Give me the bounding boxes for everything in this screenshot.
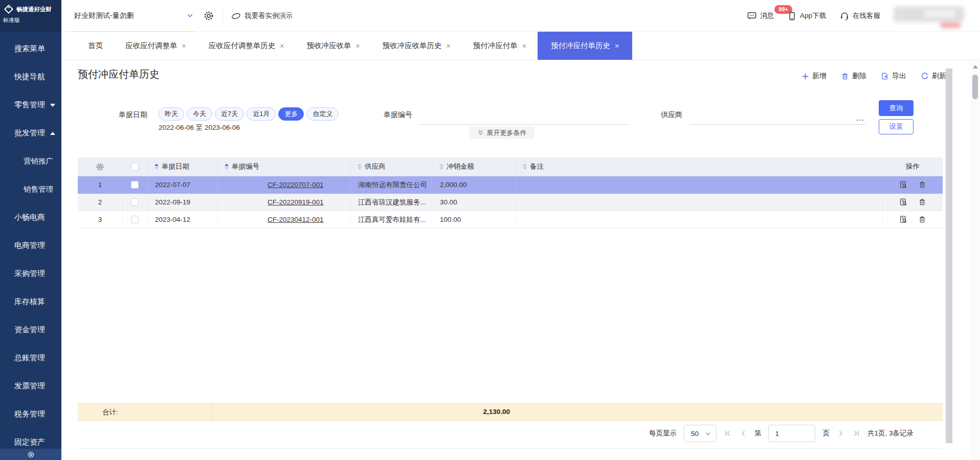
next-page-button[interactable] [837, 429, 845, 438]
preset-today[interactable]: 今天 [187, 107, 212, 121]
account-selector[interactable]: 好业财测试-量勿删 [70, 0, 196, 32]
preset-last1month[interactable]: 近1月 [247, 107, 276, 121]
delete-row-icon[interactable] [918, 180, 926, 189]
table-row[interactable]: 2 2022-09-19 CF-20220919-001 江西省琼汉建筑服务..… [78, 194, 943, 211]
doc-no-link[interactable]: CF-20220707-001 [268, 181, 324, 189]
delete-row-icon[interactable] [918, 198, 926, 206]
delete-button[interactable]: 删除 [841, 72, 866, 81]
sidebar-item-wholesale[interactable]: 批发管理 [0, 119, 61, 147]
gear-icon[interactable] [27, 451, 35, 458]
preset-custom[interactable]: 自定义 [306, 107, 339, 121]
add-button[interactable]: 新增 [801, 72, 827, 81]
settings-button[interactable]: 设置 [879, 119, 914, 134]
sort-icons[interactable] [154, 164, 159, 170]
delete-row-icon[interactable] [918, 215, 926, 224]
sidebar-footer [0, 449, 61, 460]
page-size-label: 每页显示 [649, 429, 677, 438]
table-row[interactable]: 1 2022-07-07 CF-20220707-001 湖南恒远有限责任公司 … [78, 176, 943, 194]
tab-ar-ap-adjust-history[interactable]: 应收应付调整单历史× [197, 32, 296, 60]
sidebar-item-funds[interactable]: 资金管理 [0, 316, 61, 344]
header-date[interactable]: 单据日期 [147, 157, 217, 176]
logo-icon [3, 4, 14, 15]
page-scrollbar[interactable] [971, 60, 980, 460]
first-page-button[interactable] [724, 429, 732, 438]
select-all-checkbox[interactable] [131, 163, 139, 171]
page-size-select[interactable]: 50 [684, 425, 717, 442]
supplier-input[interactable]: ... [689, 109, 866, 125]
tab-prepay-offset-history[interactable]: 预付冲应付单历史× [538, 32, 632, 60]
row-checkbox[interactable] [131, 181, 139, 189]
view-detail-icon[interactable] [899, 198, 908, 206]
sidebar-item-inventory[interactable]: 库存核算 [0, 288, 61, 316]
sidebar-item-search-menu[interactable]: 搜索菜单 [0, 35, 61, 63]
tab-prereceipt-offset[interactable]: 预收冲应收单× [295, 32, 371, 60]
scroll-up-arrow-icon[interactable] [973, 65, 978, 68]
header-remark[interactable]: 备注 [516, 157, 883, 176]
refresh-button[interactable]: 刷新 [921, 72, 946, 81]
search-button[interactable]: 查询 [879, 100, 914, 116]
view-detail-icon[interactable] [899, 180, 908, 189]
close-icon[interactable]: × [522, 42, 526, 50]
header-supplier[interactable]: 供应商 [350, 157, 432, 176]
sidebar-item-invoice[interactable]: 发票管理 [0, 372, 61, 400]
table-row[interactable]: 3 2023-04-12 CF-20230412-001 江西真可爱布娃娃有..… [78, 211, 943, 228]
preset-last7days[interactable]: 近7天 [215, 107, 244, 121]
tab-home[interactable]: 首页 [77, 32, 114, 60]
sidebar-item-xiaochang-ecom[interactable]: 小畅电商 [0, 203, 61, 232]
cell-supplier: 江西省琼汉建筑服务... [350, 194, 432, 211]
page-number-input[interactable] [768, 425, 815, 442]
messages-button[interactable]: 消息 99+ [747, 11, 774, 21]
tab-bar: 首页 应收应付调整单× 应收应付调整单历史× 预收冲应收单× 预收冲应收单历史×… [61, 32, 980, 60]
sidebar-item-tax[interactable]: 税务管理 [0, 400, 61, 428]
view-detail-icon[interactable] [899, 215, 908, 224]
sort-icons[interactable] [523, 164, 527, 170]
preset-more[interactable]: 更多 [278, 107, 304, 121]
sidebar-item-purchasing[interactable]: 采购管理 [0, 260, 61, 288]
sidebar-item-general-ledger[interactable]: 总账管理 [0, 344, 61, 372]
user-account-blurred[interactable] [894, 6, 964, 26]
close-icon[interactable]: × [615, 42, 619, 50]
row-checkbox[interactable] [131, 216, 139, 223]
app-download-button[interactable]: App下载 [787, 11, 826, 21]
close-icon[interactable]: × [182, 42, 186, 50]
demo-icon [231, 11, 241, 21]
cell-remark [516, 176, 883, 194]
sort-icons[interactable] [439, 164, 443, 170]
doc-no-input[interactable] [419, 109, 629, 125]
doc-no-link[interactable]: CF-20220919-001 [268, 198, 324, 206]
expand-more-conditions[interactable]: 展开更多条件 [469, 126, 534, 139]
gear-icon[interactable] [96, 163, 104, 171]
preset-yesterday[interactable]: 昨天 [159, 107, 184, 121]
sidebar-item-quick-nav[interactable]: 快捷导航 [0, 63, 61, 91]
content-scrollbar[interactable] [946, 68, 952, 443]
prev-page-button[interactable] [739, 429, 747, 438]
support-button[interactable]: 在线客服 [839, 11, 880, 21]
tab-prepay-offset[interactable]: 预付冲应付单× [462, 32, 538, 60]
sidebar-item-retail[interactable]: 零售管理 [0, 91, 61, 119]
sidebar-item-fixed-assets[interactable]: 固定资产 [0, 428, 61, 449]
close-icon[interactable]: × [355, 42, 360, 50]
sidebar-item-ecommerce[interactable]: 电商管理 [0, 232, 61, 260]
headset-icon [839, 11, 850, 21]
tab-ar-ap-adjust[interactable]: 应收应付调整单× [114, 32, 197, 60]
header-doc-no[interactable]: 单据编号 [217, 157, 350, 176]
scrollbar-thumb[interactable] [972, 75, 978, 99]
last-page-button[interactable] [852, 429, 860, 438]
export-button[interactable]: 导出 [881, 72, 906, 81]
supplier-picker-ellipsis[interactable]: ... [856, 114, 865, 122]
sort-icons[interactable] [358, 164, 362, 170]
header-amount[interactable]: 冲销金额 [432, 157, 516, 176]
sort-icons[interactable] [225, 164, 229, 170]
close-icon[interactable]: × [280, 42, 284, 50]
date-range-value[interactable]: 2022-06-06 至 2023-06-06 [159, 123, 240, 132]
sidebar-menu: 搜索菜单 快捷导航 零售管理 批发管理 营销推广 销售管理 小畅电商 电商管理 … [0, 32, 61, 449]
doc-no-link[interactable]: CF-20230412-001 [268, 216, 324, 223]
demo-link[interactable]: 我要看实例演示 [231, 0, 293, 32]
cell-supplier: 湖南恒远有限责任公司 [350, 176, 432, 194]
gear-icon[interactable] [204, 11, 214, 21]
sidebar-item-marketing[interactable]: 营销推广 [0, 147, 61, 175]
row-checkbox[interactable] [131, 198, 139, 206]
tab-prereceipt-offset-history[interactable]: 预收冲应收单历史× [371, 32, 462, 60]
close-icon[interactable]: × [447, 42, 451, 50]
sidebar-item-sales[interactable]: 销售管理 [0, 175, 61, 203]
